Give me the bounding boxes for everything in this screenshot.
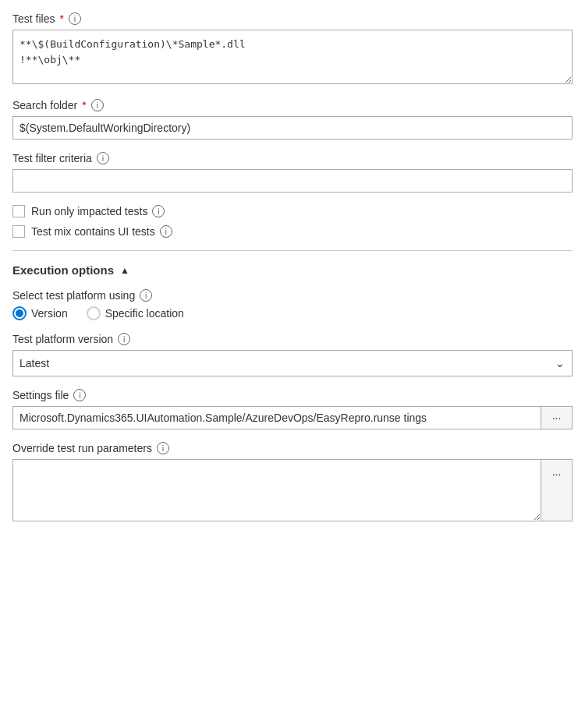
run-only-impacted-checkbox[interactable] [12, 205, 25, 217]
test-mix-ui-info-icon[interactable]: i [160, 225, 172, 238]
test-platform-radio-group: Version Specific location [12, 306, 573, 320]
test-mix-ui-row: Test mix contains UI tests i [12, 225, 573, 238]
override-params-ellipsis-button[interactable]: ··· [541, 459, 573, 521]
settings-file-label: Settings file i [12, 389, 573, 401]
run-only-impacted-row: Run only impacted tests i [12, 205, 573, 217]
settings-file-ellipsis-button[interactable]: ··· [541, 406, 573, 429]
test-mix-ui-checkbox[interactable] [12, 225, 25, 238]
test-filter-input[interactable] [12, 169, 573, 193]
test-files-label: Test files * i [12, 12, 573, 25]
override-params-label-text: Override test run parameters [12, 442, 152, 454]
run-only-impacted-info-icon[interactable]: i [152, 205, 165, 217]
search-folder-section: Search folder * i [12, 99, 573, 140]
test-filter-label-text: Test filter criteria [12, 152, 92, 164]
override-params-info-icon[interactable]: i [157, 442, 169, 454]
test-files-section: Test files * i **\$(BuildConfiguration)\… [12, 12, 573, 87]
version-radio-label: Version [31, 307, 68, 320]
select-test-platform-label-text: Select test platform using [12, 289, 135, 302]
test-platform-version-section: Test platform version i Latest 16.x 15.x… [12, 333, 573, 376]
test-files-info-icon[interactable]: i [69, 12, 81, 25]
settings-file-section: Settings file i ··· [12, 389, 573, 429]
section-divider [12, 250, 573, 251]
version-radio[interactable] [12, 306, 27, 320]
settings-file-input-group: ··· [12, 406, 573, 429]
settings-file-label-text: Settings file [12, 389, 69, 401]
test-platform-version-select-wrapper: Latest 16.x 15.x 14.x ⌄ [12, 350, 573, 376]
version-radio-row[interactable]: Version [12, 306, 68, 320]
execution-options-chevron[interactable]: ▲ [120, 265, 129, 276]
select-test-platform-label: Select test platform using i [12, 289, 573, 302]
test-files-input[interactable]: **\$(BuildConfiguration)\*Sample*.dll !*… [12, 30, 573, 84]
test-filter-label: Test filter criteria i [12, 152, 573, 164]
test-platform-version-select[interactable]: Latest 16.x 15.x 14.x [12, 350, 573, 376]
test-mix-ui-label: Test mix contains UI tests i [31, 225, 172, 238]
test-files-required: * [59, 12, 63, 25]
execution-options-header: Execution options ▲ [12, 263, 573, 277]
run-only-impacted-text: Run only impacted tests [31, 205, 147, 217]
search-folder-label: Search folder * i [12, 99, 573, 111]
override-params-input-group: ··· [12, 459, 573, 521]
run-only-impacted-label: Run only impacted tests i [31, 205, 165, 217]
specific-location-radio[interactable] [87, 306, 101, 320]
override-params-section: Override test run parameters i ··· [12, 442, 573, 521]
override-params-input[interactable] [12, 459, 541, 521]
search-folder-label-text: Search folder [12, 99, 77, 111]
select-test-platform-section: Select test platform using i Version Spe… [12, 289, 573, 320]
test-mix-ui-text: Test mix contains UI tests [31, 225, 155, 238]
select-test-platform-info-icon[interactable]: i [140, 289, 152, 302]
checkboxes-section: Run only impacted tests i Test mix conta… [12, 205, 573, 238]
test-platform-version-label-text: Test platform version [12, 333, 113, 345]
test-platform-version-info-icon[interactable]: i [118, 333, 130, 345]
test-filter-info-icon[interactable]: i [97, 152, 109, 164]
search-folder-required: * [82, 99, 86, 111]
settings-file-input[interactable] [12, 406, 541, 429]
execution-options-title: Execution options [12, 263, 114, 277]
settings-file-info-icon[interactable]: i [73, 389, 86, 401]
search-folder-info-icon[interactable]: i [91, 99, 104, 111]
specific-location-radio-label: Specific location [105, 307, 184, 320]
search-folder-input[interactable] [12, 116, 573, 140]
test-filter-section: Test filter criteria i [12, 152, 573, 193]
specific-location-radio-row[interactable]: Specific location [87, 306, 184, 320]
override-params-label: Override test run parameters i [12, 442, 573, 454]
test-platform-version-label: Test platform version i [12, 333, 573, 345]
test-files-label-text: Test files [12, 12, 55, 25]
